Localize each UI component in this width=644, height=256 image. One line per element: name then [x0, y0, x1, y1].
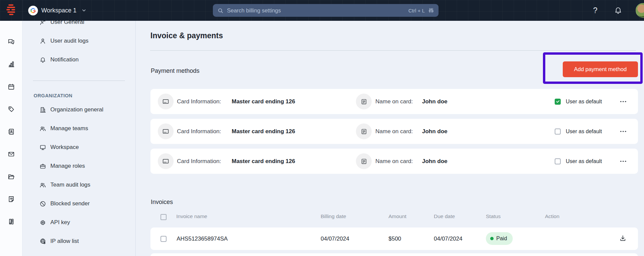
- invoice-row-partial: [150, 253, 638, 256]
- payment-method-row: Card Information: Master card ending 126…: [150, 149, 638, 174]
- icon-rail: [0, 21, 22, 256]
- sidebar-item-manage-teams[interactable]: Manage teams: [22, 119, 135, 138]
- select-all-checkbox[interactable]: [160, 214, 167, 220]
- credit-card-icon: [158, 94, 174, 109]
- invoice-billing-date: 04/07/2024: [321, 236, 349, 242]
- status-text: Paid: [496, 236, 507, 242]
- row-menu-icon[interactable]: [619, 159, 627, 164]
- help-icon[interactable]: ?: [590, 0, 600, 21]
- chevron-down-icon: [81, 8, 87, 13]
- invoice-name: AHS5123658974SA: [177, 236, 228, 242]
- card-info-value: Master card ending 126: [232, 128, 295, 135]
- row-menu-icon[interactable]: [619, 129, 627, 134]
- sidebar-item-label: Blocked sender: [50, 200, 90, 207]
- sidebar-section-organization: ORGANIZATION: [34, 93, 135, 98]
- user-as-default-label: User as default: [566, 158, 602, 164]
- app-logo[interactable]: [0, 0, 22, 21]
- sidebar-item-ip-allow-list[interactable]: IP allow list: [22, 232, 135, 251]
- note-icon[interactable]: [0, 188, 22, 210]
- column-header-invoice-name: Invoice name: [176, 213, 207, 219]
- workspace-selector[interactable]: Workspace 1: [28, 0, 87, 21]
- folder-icon[interactable]: [0, 165, 22, 188]
- name-card-icon: [356, 123, 372, 139]
- user-as-default-checkbox[interactable]: [555, 158, 561, 164]
- user-avatar[interactable]: [636, 3, 644, 18]
- payment-methods-heading: Payment methods: [151, 67, 199, 74]
- name-on-card-value: John doe: [422, 128, 448, 135]
- page-title: Invoice & payments: [150, 31, 223, 40]
- workspace-name: Workspace 1: [41, 7, 77, 14]
- search-icon: [217, 7, 224, 14]
- invoice-row: AHS5123658974SA 04/07/2024 $500 04/07/20…: [150, 227, 638, 250]
- bell-icon: [39, 56, 46, 63]
- sidebar-item-user-general[interactable]: User General: [22, 21, 135, 32]
- card-info-label: Card Information:: [177, 128, 221, 135]
- card-info-value: Master card ending 126: [232, 158, 295, 165]
- row-menu-icon[interactable]: [619, 99, 627, 104]
- sidebar-item-label: Team audit logs: [50, 182, 90, 188]
- settings-sidebar: User General User audit logs Notificatio…: [22, 21, 136, 256]
- tag-icon[interactable]: [0, 98, 22, 120]
- sidebar-item-label: Manage roles: [50, 163, 85, 169]
- main-content: Invoice & payments Payment methods Add p…: [136, 21, 644, 256]
- payment-method-row: Card Information: Master card ending 126…: [150, 89, 638, 114]
- search-shortcut: Ctrl + L: [408, 8, 425, 13]
- mail-icon[interactable]: [0, 143, 22, 165]
- search-input[interactable]: [227, 7, 405, 14]
- user-as-default-checkbox[interactable]: [555, 129, 561, 135]
- name-card-icon: [356, 94, 372, 109]
- users-icon: [39, 182, 46, 189]
- invoice-due-date: 04/07/2024: [434, 236, 462, 242]
- sidebar-item-label: User General: [50, 21, 84, 25]
- bar-chart-icon[interactable]: [0, 53, 22, 75]
- sidebar-divider: [33, 81, 125, 81]
- check-icon: [556, 99, 560, 104]
- sidebar-item-blocked-sender[interactable]: Blocked sender: [22, 194, 135, 213]
- briefcase-icon: [39, 163, 46, 170]
- user-icon: [39, 38, 46, 45]
- invoice-amount: $500: [388, 236, 401, 242]
- name-on-card-label: Name on card:: [375, 128, 413, 135]
- sidebar-item-workspace[interactable]: Workspace: [22, 138, 135, 157]
- add-payment-method-button[interactable]: Add payment method: [563, 61, 638, 77]
- chip-icon: [39, 219, 46, 226]
- sidebar-item-organization-general[interactable]: Organization general: [22, 100, 135, 119]
- books-icon[interactable]: [0, 210, 22, 233]
- globe-icon: [39, 238, 46, 245]
- sidebar-item-label: User audit logs: [50, 38, 88, 44]
- sidebar-item-api-key[interactable]: API key: [22, 213, 135, 232]
- user-as-default-checkbox[interactable]: [555, 99, 561, 105]
- sidebar-item-label: Manage teams: [50, 125, 88, 132]
- sidebar-item-user-audit-logs[interactable]: User audit logs: [22, 32, 135, 50]
- sidebar-item-label: Organization general: [50, 106, 103, 113]
- address-book-icon[interactable]: [0, 120, 22, 143]
- workspace-logo-icon: [28, 6, 38, 15]
- invoice-row-checkbox[interactable]: [160, 236, 167, 242]
- chat-icon[interactable]: [0, 31, 22, 53]
- card-info-value: Master card ending 126: [232, 98, 295, 105]
- name-on-card-value: John doe: [422, 98, 448, 105]
- name-card-icon: [356, 153, 372, 169]
- column-header-action: Action: [545, 213, 559, 219]
- status-dot: [490, 237, 494, 240]
- sidebar-item-team-audit-logs[interactable]: Team audit logs: [22, 175, 135, 194]
- search-bar[interactable]: Ctrl + L: [213, 4, 439, 17]
- user-as-default-label: User as default: [566, 99, 602, 105]
- card-info-label: Card Information:: [177, 98, 221, 105]
- bell-icon[interactable]: [613, 0, 623, 21]
- name-on-card-label: Name on card:: [375, 158, 413, 165]
- sidebar-item-label: IP allow list: [50, 238, 79, 245]
- sidebar-item-manage-roles[interactable]: Manage roles: [22, 157, 135, 175]
- status-badge: Paid: [486, 232, 513, 245]
- ban-icon: [39, 200, 46, 207]
- filter-sliders-icon[interactable]: [428, 7, 434, 13]
- sidebar-item-notification[interactable]: Notification: [22, 50, 135, 69]
- users-icon: [39, 125, 46, 132]
- app-logo-icon: [6, 4, 16, 16]
- credit-card-icon: [158, 153, 174, 169]
- download-icon[interactable]: [619, 235, 627, 243]
- user-as-default-label: User as default: [566, 129, 602, 135]
- column-header-amount: Amount: [388, 213, 406, 219]
- card-info-label: Card Information:: [177, 158, 221, 165]
- calendar-icon[interactable]: [0, 75, 22, 98]
